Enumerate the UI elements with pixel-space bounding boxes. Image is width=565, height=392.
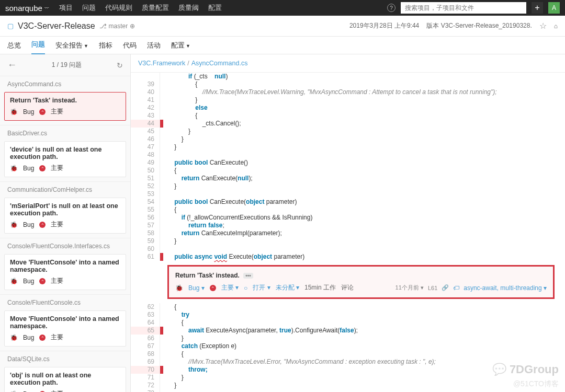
help-icon[interactable]: ? (387, 4, 396, 12)
watermark-source: @51CTO博客 (513, 379, 559, 389)
search-input[interactable] (401, 2, 526, 14)
tab[interactable]: 指标 (99, 37, 112, 54)
issue-item[interactable]: Move 'FluentConsole' into a named namesp… (4, 254, 126, 290)
tab[interactable]: 活动 (147, 37, 161, 54)
issue-age: 11个月前 ▾ (396, 284, 424, 292)
severity-icon: ^ (39, 222, 46, 228)
bug-icon: 🐞 (175, 284, 183, 292)
top-bar: sonarqube 〰 项目问题代码规则质量配置质量阈配置 ? + A (0, 0, 565, 16)
file-separator: Communication/ComHelper.cs (0, 181, 130, 195)
topnav-item[interactable]: 代码规则 (105, 3, 132, 13)
issue-item[interactable]: 'mSerialPort' is null on at least one ex… (4, 198, 126, 234)
issues-sidebar: ← 1 / 19 问题 ↻ AsyncCommand.csReturn 'Tas… (0, 54, 131, 392)
bug-icon: 🐞 (10, 278, 18, 285)
project-header: ▢ V3C-Server-Release ⎇ master ⊕ 2019年3月2… (0, 16, 565, 37)
issue-highlight: Return 'Task' instead. •••🐞Bug ▾^主要 ▾○打开… (167, 265, 555, 299)
issue-title: Return 'Task' instead. ••• (175, 272, 547, 279)
tab[interactable]: 安全报告▼ (55, 37, 88, 54)
issue-item[interactable]: Move 'FluentConsole' into a named namesp… (4, 310, 126, 347)
watermark: 💬 7DGroup (492, 363, 559, 376)
file-separator: Console/FluentConsole.cs (0, 294, 130, 308)
avatar[interactable]: A (548, 2, 560, 14)
comments-link[interactable]: 评论 (341, 283, 354, 292)
severity-icon: ^ (210, 285, 216, 291)
status-selector[interactable]: 打开 ▾ (253, 283, 270, 292)
back-icon[interactable]: ← (7, 60, 17, 71)
project-icon: ▢ (7, 22, 14, 30)
logo[interactable]: sonarqube 〰 (5, 4, 49, 13)
file-separator: Data/SQLite.cs (0, 351, 130, 365)
issue-line: L61 (428, 285, 437, 291)
favorite-icon[interactable]: ☆ (539, 21, 547, 31)
file-separator: BasicDriver.cs (0, 125, 130, 139)
tab[interactable]: 问题 (31, 36, 45, 55)
topnav-item[interactable]: 问题 (82, 3, 96, 13)
code-viewer: V3C.Framework/AsyncCommand.cs if (_cts n… (131, 54, 565, 392)
severity-icon: ^ (39, 109, 46, 115)
assign-selector[interactable]: 未分配 ▾ (276, 283, 299, 292)
tab[interactable]: 配置▼ (171, 37, 190, 54)
branch-selector[interactable]: ⎇ master ⊕ (99, 22, 135, 30)
topnav-item[interactable]: 配置 (208, 3, 222, 13)
issue-item[interactable]: 'obj' is null on at least one execution … (4, 367, 126, 392)
severity-icon: ^ (39, 165, 46, 171)
breadcrumb[interactable]: V3C.Framework/AsyncCommand.cs (131, 54, 565, 73)
issue-counter: 1 / 19 问题 (52, 61, 82, 70)
analysis-date: 2019年3月28日 上午9:44 (349, 21, 419, 30)
project-name[interactable]: V3C-Server-Release (18, 21, 95, 31)
severity-selector[interactable]: 主要 ▾ (221, 283, 239, 292)
topnav-item[interactable]: 质量阈 (178, 3, 199, 13)
bug-icon: 🐞 (10, 390, 18, 393)
topnav-item[interactable]: 质量配置 (142, 3, 169, 13)
type-selector[interactable]: Bug ▾ (188, 284, 205, 292)
bug-icon: 🐞 (10, 334, 18, 341)
version-label: 版本 V3C-Server-Release_20190328. (426, 21, 532, 30)
add-button[interactable]: + (532, 2, 543, 14)
project-tabs: 总览问题安全报告▼指标代码活动配置▼ (0, 37, 565, 54)
effort-label: 15min 工作 (304, 283, 336, 292)
top-nav: 项目问题代码规则质量配置质量阈配置 (59, 3, 387, 13)
issue-item[interactable]: 'device' is null on at least one executi… (4, 141, 126, 177)
topnav-item[interactable]: 项目 (59, 3, 73, 13)
tags-selector[interactable]: async-await, multi-threading ▾ (464, 284, 547, 292)
tag-icon: 🏷 (453, 284, 459, 292)
home-icon[interactable]: ⌂ (554, 22, 558, 30)
bug-icon: 🐞 (10, 165, 18, 172)
tab[interactable]: 总览 (7, 37, 21, 54)
issue-item[interactable]: Return 'Task' instead.🐞Bug ^主要 (4, 92, 126, 121)
file-separator: Console/FluentConsole.Interfaces.cs (0, 238, 130, 252)
file-separator: AsyncCommand.cs (0, 76, 130, 90)
permalink-icon[interactable]: 🔗 (442, 284, 449, 291)
tab[interactable]: 代码 (123, 37, 137, 54)
issue-list: AsyncCommand.csReturn 'Task' instead.🐞Bu… (0, 76, 130, 392)
severity-icon: ^ (39, 335, 46, 341)
bug-icon: 🐞 (10, 221, 18, 228)
bug-icon: 🐞 (10, 108, 18, 116)
refresh-icon[interactable]: ↻ (117, 61, 123, 70)
severity-icon: ^ (39, 278, 46, 284)
